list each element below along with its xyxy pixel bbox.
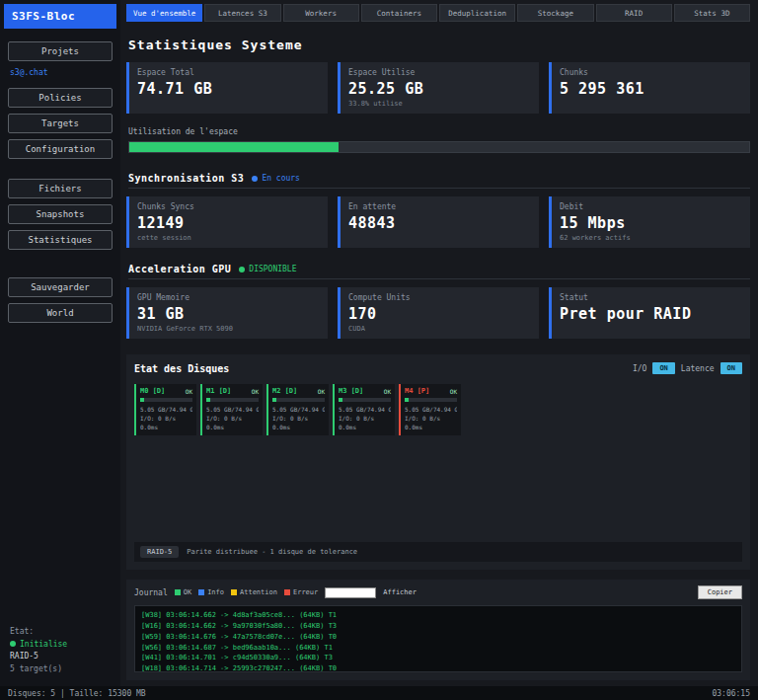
statusbar-clock: 03:06:15 [712, 689, 750, 698]
disk-usage-bar [140, 398, 192, 402]
stat-label: En attente [348, 202, 531, 211]
io-toggle-button[interactable]: ON [652, 362, 674, 374]
disk-usage-bar [272, 398, 325, 402]
stat-sub [560, 325, 742, 333]
journal-filter-input[interactable] [325, 587, 376, 598]
erreur-swatch-icon [284, 589, 290, 595]
disk-io: I/O: 0 B/s [206, 414, 259, 423]
disk-name: M0 [D] [140, 387, 165, 395]
app-title: S3FS-Bloc [4, 4, 116, 29]
raid-badge: RAID-5 [140, 546, 179, 558]
disk-latency: 0.0ms [272, 423, 325, 431]
usage-section: Utilisation de l'espace [128, 127, 750, 153]
stat-value: 74.71 GB [137, 80, 320, 98]
stat-sub: CUDA [348, 325, 531, 333]
latence-toggle-label: Latence [681, 364, 715, 373]
stat-label: Debit [560, 202, 742, 211]
disk-status: OK [186, 388, 192, 395]
sidebar-item-configuration[interactable]: Configuration [8, 139, 113, 159]
tab-containers[interactable]: Containers [361, 4, 437, 22]
sidebar-item-statistiques[interactable]: Statistiques [8, 230, 113, 250]
stat-card-espace-utilise: Espace Utilise 25.25 GB 33.8% utilise [338, 62, 539, 114]
stat-label: Espace Total [137, 68, 320, 77]
disk-name: M2 [D] [272, 387, 297, 395]
usage-label: Utilisation de l'espace [128, 127, 750, 136]
log-line: [W38] 03:06:14.662 -> 4d8af3a05ce8... (6… [141, 610, 735, 621]
usage-progress-fill [129, 142, 339, 152]
stat-value: 5 295 361 [560, 80, 742, 98]
stat-value: 31 GB [137, 305, 320, 323]
sync-section-header: Synchronisation S3 En cours [128, 173, 750, 189]
legend-attention: Attention [231, 588, 277, 596]
afficher-label: Afficher [383, 588, 417, 596]
tab-stockage[interactable]: Stockage [517, 4, 593, 22]
disk-capacity: 5.05 GB/74.94 GB [140, 405, 192, 414]
tab-latences-s3[interactable]: Latences S3 [204, 4, 280, 22]
gpu-status-dot-icon [239, 267, 245, 272]
disk-toggles: I/O ON Latence ON [633, 362, 742, 374]
disk-latency: 0.0ms [206, 423, 259, 431]
journal-title: Journal [134, 588, 168, 597]
ok-swatch-icon [175, 589, 181, 595]
tabbar: Vue d'ensemble Latences S3 Workers Conta… [126, 4, 750, 22]
disk-card-m0: M0 [D]OK 5.05 GB/74.94 GB I/O: 0 B/s 0.0… [134, 384, 196, 435]
sidebar-item-fichiers[interactable]: Fichiers [8, 179, 113, 198]
stat-sub [137, 100, 320, 108]
stat-value: 12149 [137, 214, 320, 232]
disk-usage-bar [405, 398, 457, 402]
tab-deduplication[interactable]: Deduplication [439, 4, 515, 22]
disk-usage-bar [206, 398, 259, 402]
sidebar-item-projets[interactable]: Projets [8, 41, 113, 61]
legend-info: Info [198, 588, 224, 596]
tab-stats-3d[interactable]: Stats 3D [674, 4, 750, 22]
disk-status: OK [252, 388, 259, 395]
latence-toggle-button[interactable]: ON [720, 362, 742, 374]
log-line: [W56] 03:06:14.687 -> bed96aab10a... (64… [141, 643, 735, 654]
sync-title: Synchronisation S3 [128, 173, 244, 184]
tab-workers[interactable]: Workers [283, 4, 359, 22]
stat-value: 25.25 GB [348, 80, 531, 98]
tab-raid[interactable]: RAID [596, 4, 672, 22]
disk-status: OK [450, 388, 457, 395]
disk-capacity: 5.05 GB/74.94 GB [405, 405, 457, 414]
usage-progressbar [128, 141, 750, 153]
sidebar-item-world[interactable]: World [8, 303, 113, 323]
info-swatch-icon [198, 589, 204, 595]
log-line: [W16] 03:06:14.662 -> 9a97030f5a80... (6… [141, 621, 735, 632]
stat-value: 48843 [348, 214, 531, 232]
stat-sub: 33.8% utilise [348, 100, 531, 108]
sidebar: S3FS-Bloc Projets s3@.chat Policies Targ… [0, 0, 120, 686]
disk-usage-bar [339, 398, 391, 402]
disk-card-m4-parity: M4 [P]OK 5.05 GB/74.94 GB I/O: 0 B/s 0.0… [399, 384, 461, 435]
disk-name: M3 [D] [339, 387, 363, 395]
copier-button[interactable]: Copier [698, 585, 742, 599]
raid-footer: RAID-5 Parite distribuee - 1 disque de t… [134, 542, 742, 562]
disk-latency: 0.0ms [140, 423, 192, 431]
stat-label: Compute Units [348, 293, 531, 302]
gpu-title: Acceleration GPU [128, 264, 231, 274]
journal-panel: Journal OK Info Attention Erreur Affiche… [126, 580, 750, 680]
disk-cards-row: M0 [D]OK 5.05 GB/74.94 GB I/O: 0 B/s 0.0… [134, 384, 742, 435]
status-bar: Disques: 5 | Taille: 15300 MB 03:06:15 [0, 686, 758, 700]
sidebar-item-sauvegarder[interactable]: Sauvegarder [8, 277, 113, 297]
disk-panel: Etat des Disques I/O ON Latence ON M0 [D… [126, 354, 750, 570]
sidebar-item-targets[interactable]: Targets [8, 114, 113, 133]
sidebar-item-policies[interactable]: Policies [8, 88, 113, 108]
project-link[interactable]: s3@.chat [0, 64, 120, 85]
sync-status-dot-icon [252, 176, 258, 182]
disk-capacity: 5.05 GB/74.94 GB [272, 405, 325, 414]
tab-vue-densemble[interactable]: Vue d'ensemble [126, 4, 202, 22]
sidebar-item-snapshots[interactable]: Snapshots [8, 204, 113, 224]
log-line: [W18] 03:06:14.714 -> 25993c270247... (6… [141, 663, 735, 672]
sync-status: En cours [252, 174, 300, 183]
disk-capacity: 5.05 GB/74.94 GB [206, 405, 259, 414]
log-line: [W59] 03:06:14.676 -> 47a7578cd07e... (6… [141, 632, 735, 643]
disk-capacity: 5.05 GB/74.94 GB [339, 405, 391, 414]
journal-log[interactable]: [W38] 03:06:14.662 -> 4d8af3a05ce8... (6… [134, 605, 742, 672]
disk-latency: 0.0ms [339, 423, 391, 431]
raid-description: Parite distribuee - 1 disque de toleranc… [187, 548, 357, 556]
disk-card-m2: M2 [D]OK 5.05 GB/74.94 GB I/O: 0 B/s 0.0… [266, 384, 329, 435]
stat-sub [560, 100, 742, 108]
gpu-cards-row: GPU Memoire 31 GB NVIDIA GeForce RTX 509… [126, 287, 750, 339]
stat-sub [348, 234, 531, 242]
